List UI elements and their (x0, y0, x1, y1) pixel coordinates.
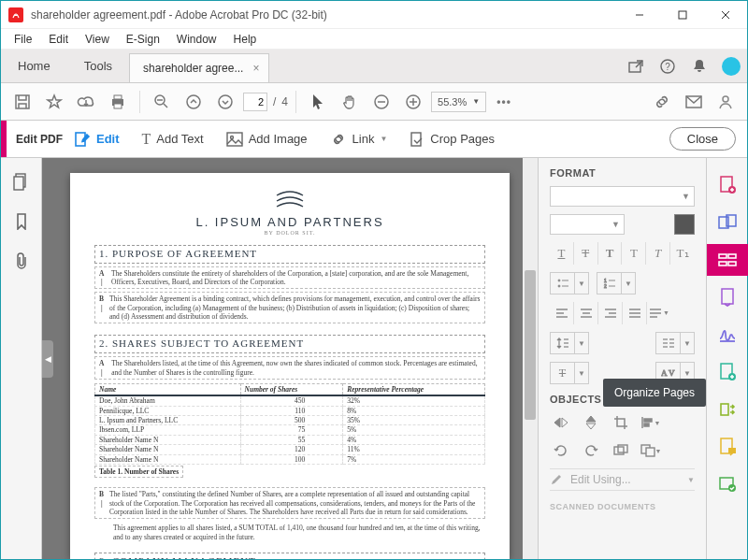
zoom-out-icon[interactable] (148, 88, 176, 116)
mail-icon[interactable] (680, 88, 708, 116)
align-right-button[interactable] (598, 302, 623, 324)
format-panel: FORMAT ▼ ▼ T T T T T T₁ ▼ 12▼ (538, 158, 706, 559)
page-up-icon[interactable] (180, 88, 208, 116)
help-icon[interactable]: ? (652, 50, 683, 82)
document-tab[interactable]: shareholder agree... × (129, 53, 269, 82)
rt-sign-icon[interactable] (707, 319, 748, 351)
hscale[interactable]: T▼ (550, 362, 589, 384)
bullets-seg[interactable]: ▼ (550, 272, 589, 294)
edit-button[interactable]: Edit (63, 121, 131, 157)
rt-export-icon[interactable] (707, 281, 748, 313)
bell-icon[interactable] (683, 50, 715, 82)
close-panel-button[interactable]: Close (669, 127, 736, 151)
font-dropdown[interactable]: ▼ (550, 186, 695, 207)
crop-obj-icon[interactable] (610, 412, 632, 433)
rt-edit-icon[interactable] (707, 244, 748, 276)
subscript-button[interactable]: T₁ (670, 242, 695, 265)
para-2c[interactable]: This agreement applies to all shares lis… (94, 522, 485, 543)
rotate-cw-icon[interactable] (580, 440, 602, 461)
cloud-icon[interactable] (72, 88, 100, 116)
strike-button[interactable]: T (574, 242, 598, 265)
save-icon[interactable] (8, 88, 36, 116)
minimize-button[interactable] (618, 1, 661, 28)
crop-button[interactable]: Crop Pages (398, 121, 506, 157)
pointer-icon[interactable] (304, 88, 332, 116)
para-2a[interactable]: A |The Shareholders listed, at the time … (94, 356, 485, 380)
hand-icon[interactable] (336, 88, 364, 116)
expand-left-handle[interactable]: ◀ (42, 340, 53, 378)
close-window-button[interactable] (704, 1, 747, 28)
align-obj-icon[interactable]: ▼ (640, 412, 662, 433)
rt-combine-icon[interactable] (707, 207, 748, 238)
numbering-seg[interactable]: 12▼ (597, 272, 636, 294)
zoom-dropdown[interactable]: 55.3%▼ (431, 92, 486, 112)
svg-rect-88 (728, 448, 736, 453)
para-1b[interactable]: B |This Shareholder Agreement is a bindi… (94, 292, 485, 323)
bold-button[interactable]: T (598, 242, 623, 265)
menu-file[interactable]: File (7, 31, 39, 48)
shares-table[interactable]: NameNumber of SharesRepresentative Perce… (94, 383, 485, 465)
superscript-button[interactable]: T (622, 242, 646, 265)
color-swatch[interactable] (674, 214, 695, 235)
rotate-ccw-icon[interactable] (550, 440, 572, 461)
table-caption[interactable]: Table 1. Number of Shares (94, 466, 183, 478)
share-icon[interactable] (620, 50, 652, 82)
nav-home[interactable]: Home (1, 50, 67, 82)
menu-edit[interactable]: Edit (41, 31, 76, 48)
scrollbar[interactable] (523, 158, 538, 559)
page-current-input[interactable] (243, 93, 267, 111)
arrange-icon[interactable]: ▼ (640, 440, 662, 461)
align-left-button[interactable] (550, 302, 574, 324)
replace-icon[interactable] (610, 440, 632, 461)
align-justify-button[interactable] (623, 302, 647, 324)
size-dropdown[interactable]: ▼ (550, 214, 625, 235)
more-icon[interactable]: ••• (490, 88, 518, 116)
menu-window[interactable]: Window (169, 31, 224, 48)
zoom-minus-icon[interactable] (367, 88, 396, 116)
section-1[interactable]: 1. PURPOSE OF AGREEMENT (94, 245, 485, 264)
svg-rect-7 (16, 95, 29, 108)
rt-comment-icon[interactable] (707, 431, 748, 463)
pdf-page[interactable]: L. IPSUM AND PARTNERS BY DOLOR SIT. 1. P… (70, 173, 510, 559)
rt-protect-icon[interactable] (707, 356, 748, 388)
link-button[interactable]: Link▼ (319, 121, 399, 157)
page-down-icon[interactable] (211, 88, 239, 116)
para-1a[interactable]: A |The Shareholders constitute the entir… (94, 266, 485, 290)
person-icon[interactable] (712, 88, 740, 116)
company-name: L. IPSUM AND PARTNERS (94, 215, 485, 230)
link-share-icon[interactable] (648, 88, 676, 116)
menu-help[interactable]: Help (226, 31, 265, 48)
align-more-button[interactable]: ▼ (647, 302, 671, 324)
nav-tools[interactable]: Tools (67, 50, 129, 82)
para-spacing[interactable]: ▼ (655, 332, 695, 354)
italic-button[interactable]: T (646, 242, 670, 265)
add-image-button[interactable]: Add Image (215, 121, 319, 157)
underline-button[interactable]: T (550, 242, 574, 265)
document-tab-close[interactable]: × (252, 62, 259, 75)
svg-rect-78 (719, 262, 726, 266)
add-text-button[interactable]: T Add Text (131, 121, 215, 157)
maximize-button[interactable] (661, 1, 704, 28)
account-avatar[interactable] (715, 50, 747, 82)
line-spacing[interactable]: ▼ (550, 332, 589, 354)
para-2b[interactable]: B |The listed "Parts," constituting the … (94, 487, 485, 519)
rt-create-icon[interactable] (707, 169, 748, 201)
menu-view[interactable]: View (78, 31, 117, 48)
svg-point-29 (558, 280, 560, 281)
flip-v-icon[interactable] (550, 412, 572, 433)
thumbnails-icon[interactable] (12, 173, 31, 192)
flip-h-icon[interactable] (580, 412, 602, 433)
section-3[interactable]: 3. COMPANY MANAGEMENT (94, 553, 485, 559)
print-icon[interactable] (104, 88, 132, 116)
svg-rect-1 (679, 11, 686, 19)
rt-stamp-icon[interactable] (707, 468, 748, 500)
bookmark-icon[interactable] (12, 212, 31, 231)
zoom-plus-icon[interactable] (399, 88, 427, 116)
align-center-button[interactable] (574, 302, 598, 324)
star-icon[interactable] (40, 88, 68, 116)
edit-using-button[interactable]: Edit Using... ▼ (550, 468, 695, 491)
attachment-icon[interactable] (12, 251, 31, 270)
menu-esign[interactable]: E-Sign (119, 31, 167, 48)
rt-organize-icon[interactable] (707, 394, 748, 425)
section-2[interactable]: 2. SHARES SUBJECT TO AGREEMENT (94, 335, 485, 353)
